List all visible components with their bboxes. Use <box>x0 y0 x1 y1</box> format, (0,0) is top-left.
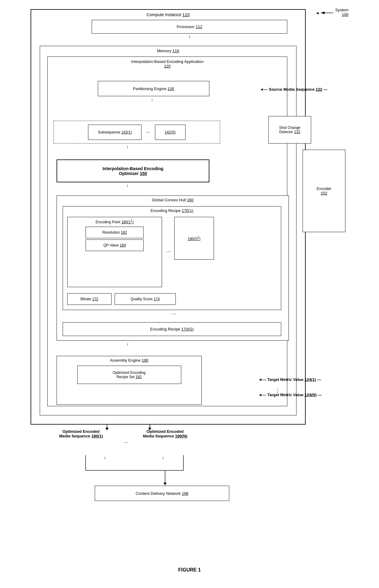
quality-score-box: Quality Score 174 <box>115 293 176 305</box>
shot-change-detector-box: Shot ChangeDetector 132 <box>268 116 311 144</box>
bitrate-box: Bitrate 172 <box>67 293 112 305</box>
subsequences-dashed-box: Subsequence 142(1) ··· 142(S) <box>53 121 220 144</box>
system-arrow: ◄ <box>315 11 319 15</box>
encoding-point-s-box: 180(S1) <box>174 217 214 260</box>
encoding-point-box: Encoding Point 180(11) Resolution 182 QP… <box>67 217 162 287</box>
sub-opt-arrow: ↓ <box>127 144 129 149</box>
svg-marker-49 <box>164 483 167 485</box>
opt-media-1-label: Optimized EncodedMedia Sequence 190(1) <box>47 429 115 438</box>
processor-box: Processor 112 <box>92 20 287 34</box>
subsequence-s-box: 142(S) <box>155 125 186 140</box>
subsequence-1-box: Subsequence 142(1) <box>88 125 142 140</box>
target-metric-n-label: ◄— Target Metric Value 124(N) — <box>258 393 322 397</box>
proc-mem-arrow: ↕ <box>189 34 191 39</box>
optimizer-box: Interpolation-Based EncodingOptimizer 15… <box>57 159 209 182</box>
system-label: System 100 <box>335 8 348 17</box>
encoding-recipe-g-box: Encoding Recipe 170(G) <box>63 322 281 336</box>
media1-cdn-arrow: ↓ <box>104 455 106 460</box>
partitioning-engine-box: Partitioning Engine 130 <box>98 81 209 96</box>
compute-instance-label: Compute Instance 110 <box>31 12 305 19</box>
qp-value-box: QP Value 184 <box>86 239 144 251</box>
cdn-box: Content Delivery Network 198 <box>95 486 229 501</box>
hull-assembly-arrow: ↓ <box>127 341 129 346</box>
media-dots: ··· <box>124 440 128 445</box>
opt-hull-arrow: ↓ <box>127 183 129 188</box>
optimized-recipe-set-box: Optimized EncodingRecipe Set 182 <box>77 366 181 384</box>
encoder-box: Encoder152 <box>303 150 345 232</box>
part-sub-arrow: ↓ <box>151 97 153 102</box>
assembly-engine-box: Assembly Engine 180 Optimized EncodingRe… <box>57 356 202 405</box>
opt-media-n-label: Optimized EncodedMedia Sequence 190(N) <box>131 429 199 438</box>
source-media-label: ◄— Source Media Sequence 122 — <box>260 87 327 92</box>
median-cdn-arrow: ↓ <box>162 455 164 460</box>
recipes-dots: ⋮ <box>171 312 177 316</box>
target-metric-1-label: ◄— Target Metric Value 124(1) — <box>258 377 321 382</box>
encoding-points-dots: ··· <box>167 249 171 254</box>
resolution-box: Resolution 182 <box>86 227 144 238</box>
diagram: System 100 ◄ Compute Instance 110 Proces… <box>0 0 379 588</box>
figure-title: FIGURE 1 <box>0 567 379 573</box>
